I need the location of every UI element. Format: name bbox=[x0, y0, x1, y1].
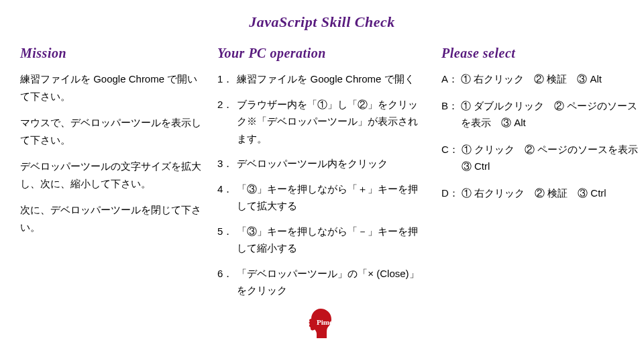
operation-step: 2． ブラウザー内を「①」し「②」をクリック※「デベロッパーツール」が表示されま… bbox=[217, 96, 425, 148]
select-column: Please select A： ① 右クリック ② 検証 ③ Alt B： ①… bbox=[441, 46, 643, 340]
operations-heading: Your PC operation bbox=[217, 46, 425, 61]
step-text: ブラウザー内を「①」し「②」をクリック※「デベロッパーツール」が表示されます。 bbox=[237, 96, 425, 148]
operation-step: 5． 「③」キーを押しながら「－」キーを押して縮小する bbox=[217, 223, 425, 257]
select-option: A： ① 右クリック ② 検証 ③ Alt bbox=[441, 70, 643, 88]
operations-column: Your PC operation 1． 練習ファイルを Google Chro… bbox=[217, 46, 425, 340]
step-text: 「③」キーを押しながら「＋」キーを押して拡大する bbox=[237, 180, 425, 215]
step-text: 練習ファイルを Google Chrome で開く bbox=[237, 70, 425, 88]
logo-text: Pimc bbox=[317, 318, 333, 326]
mission-para: 次に、デベロッパーツールを閉じて下さい。 bbox=[20, 201, 201, 236]
mission-column: Mission 練習ファイルを Google Chrome で開いて下さい。 マ… bbox=[20, 46, 201, 340]
select-option: D： ① 右クリック ② 検証 ③ Ctrl bbox=[441, 185, 643, 202]
step-text: デベロッパーツール内をクリック bbox=[237, 155, 425, 172]
step-number: 3． bbox=[217, 155, 233, 172]
operation-step: 4． 「③」キーを押しながら「＋」キーを押して拡大する bbox=[217, 180, 425, 215]
step-text: 「デベロッパーツール」の「× (Close)」をクリック bbox=[237, 265, 425, 299]
option-text: ① ダブルクリック ② ページのソースを表示 ③ Alt bbox=[461, 97, 643, 132]
logo-wrap: Pimc bbox=[217, 307, 425, 340]
option-label: C： bbox=[441, 141, 459, 175]
option-label: A： bbox=[441, 70, 458, 88]
step-number: 5． bbox=[217, 223, 233, 257]
select-option: C： ① クリック ② ページのソースを表示 ③ Ctrl bbox=[441, 141, 643, 175]
select-option: B： ① ダブルクリック ② ページのソースを表示 ③ Alt bbox=[441, 97, 643, 132]
option-label: B： bbox=[441, 97, 458, 132]
content-columns: Mission 練習ファイルを Google Chrome で開いて下さい。 マ… bbox=[20, 46, 624, 340]
operation-step: 3． デベロッパーツール内をクリック bbox=[217, 155, 425, 172]
operation-step: 6． 「デベロッパーツール」の「× (Close)」をクリック bbox=[217, 265, 425, 299]
mission-heading: Mission bbox=[20, 46, 201, 61]
step-number: 2． bbox=[217, 96, 233, 148]
step-text: 「③」キーを押しながら「－」キーを押して縮小する bbox=[237, 223, 425, 257]
option-text: ① 右クリック ② 検証 ③ Alt bbox=[461, 70, 643, 88]
mission-para: 練習ファイルを Google Chrome で開いて下さい。 bbox=[20, 70, 201, 105]
option-label: D： bbox=[441, 185, 459, 202]
operation-step: 1． 練習ファイルを Google Chrome で開く bbox=[217, 70, 425, 88]
select-heading: Please select bbox=[441, 46, 643, 61]
step-number: 6． bbox=[217, 265, 233, 299]
step-number: 1． bbox=[217, 70, 233, 88]
option-text: ① クリック ② ページのソースを表示 ③ Ctrl bbox=[462, 141, 643, 175]
mission-para: マウスで、デベロッパーツールを表示して下さい。 bbox=[20, 114, 201, 148]
page-title: JavaScript Skill Check bbox=[20, 13, 624, 31]
mission-para: デベロッパーツールの文字サイズを拡大し、次に、縮小して下さい。 bbox=[20, 158, 201, 192]
step-number: 4． bbox=[217, 180, 233, 215]
option-text: ① 右クリック ② 検証 ③ Ctrl bbox=[462, 185, 643, 202]
head-icon: Pimc bbox=[306, 307, 337, 340]
